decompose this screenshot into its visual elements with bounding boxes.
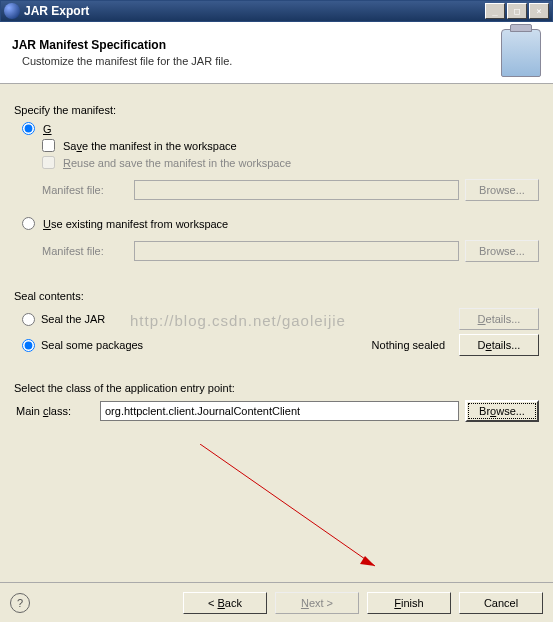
back-button[interactable]: < Back [183, 592, 267, 614]
manifest-file-input-1 [134, 180, 459, 200]
browse-manifest-button-1: Browse... [465, 179, 539, 201]
reuse-manifest-checkbox [42, 156, 55, 169]
minimize-button[interactable]: _ [485, 3, 505, 19]
main-class-label: Main class: [16, 405, 94, 417]
manifest-file-label-2: Manifest file: [42, 245, 128, 257]
svg-line-0 [200, 444, 375, 566]
manifest-file-label-1: Manifest file: [42, 184, 128, 196]
banner-title: JAR Manifest Specification [12, 38, 232, 52]
title-bar: JAR Export _ □ × [0, 0, 553, 22]
wizard-button-bar: ? < Back Next > Finish Cancel [0, 582, 553, 622]
reuse-manifest-label: Reuse and save the manifest in the works… [63, 157, 291, 169]
generate-manifest-radio[interactable] [22, 122, 35, 135]
seal-some-radio[interactable] [22, 339, 35, 352]
browse-main-class-button[interactable]: Browse... [465, 400, 539, 422]
jar-icon [501, 29, 541, 77]
manifest-section-label: Specify the manifest: [14, 104, 539, 116]
use-existing-manifest-label: Use existing manifest from workspace [43, 218, 228, 230]
save-manifest-label: Save the manifest in the workspace [63, 140, 237, 152]
seal-jar-details-button: Details... [459, 308, 539, 330]
use-existing-manifest-radio[interactable] [22, 217, 35, 230]
seal-section-label: Seal contents: [14, 290, 539, 302]
browse-manifest-button-2: Browse... [465, 240, 539, 262]
annotation-arrow [200, 444, 400, 584]
generate-manifest-radio-row: G [22, 122, 539, 135]
window-title: JAR Export [24, 4, 485, 18]
manifest-file-input-2 [134, 241, 459, 261]
close-button[interactable]: × [529, 3, 549, 19]
seal-some-label: Seal some packages [41, 339, 143, 351]
finish-button[interactable]: Finish [367, 592, 451, 614]
svg-marker-1 [360, 556, 375, 566]
seal-jar-label: Seal the JAR [41, 313, 105, 325]
wizard-content: Specify the manifest: G Save the manifes… [0, 84, 553, 582]
save-manifest-checkbox[interactable] [42, 139, 55, 152]
entry-section-label: Select the class of the application entr… [14, 382, 539, 394]
maximize-button[interactable]: □ [507, 3, 527, 19]
generate-manifest-label: G [43, 123, 52, 135]
seal-jar-radio[interactable] [22, 313, 35, 326]
help-button[interactable]: ? [10, 593, 30, 613]
banner-subtitle: Customize the manifest file for the JAR … [12, 55, 232, 67]
main-class-input[interactable] [100, 401, 459, 421]
next-button: Next > [275, 592, 359, 614]
seal-some-details-button[interactable]: Details... [459, 334, 539, 356]
app-icon [4, 3, 20, 19]
use-existing-radio-row: Use existing manifest from workspace [22, 217, 539, 230]
cancel-button[interactable]: Cancel [459, 592, 543, 614]
wizard-banner: JAR Manifest Specification Customize the… [0, 22, 553, 84]
seal-status: Nothing sealed [372, 339, 445, 351]
